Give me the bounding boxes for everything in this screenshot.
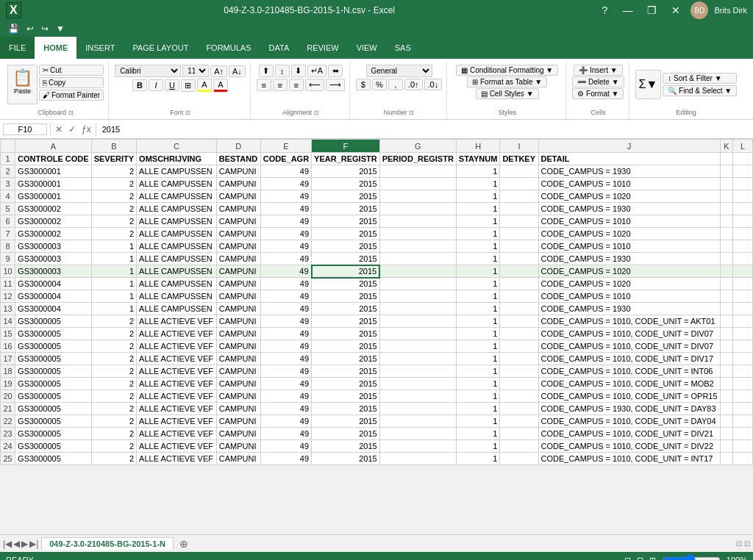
- cell-l13[interactable]: [733, 303, 753, 315]
- cell-i3[interactable]: [500, 178, 538, 190]
- zoom-slider[interactable]: [662, 554, 721, 560]
- cell-f16[interactable]: 2015: [312, 340, 380, 353]
- redo-quick-btn[interactable]: ↪: [39, 23, 51, 35]
- cell-a7[interactable]: GS3000002: [15, 228, 92, 240]
- cell-k8[interactable]: [720, 240, 732, 253]
- cell-h15[interactable]: 1: [456, 328, 500, 340]
- cell-j5[interactable]: CODE_CAMPUS = 1930: [538, 203, 720, 215]
- cell-b7[interactable]: 2: [91, 228, 136, 240]
- sheet-scroll-last[interactable]: ▶|: [29, 539, 38, 549]
- cell-h4[interactable]: 1: [456, 190, 500, 203]
- cell-j8[interactable]: CODE_CAMPUS = 1010: [538, 240, 720, 253]
- cell-k13[interactable]: [720, 303, 732, 315]
- cell-b2[interactable]: 2: [91, 165, 136, 178]
- cell-i17[interactable]: [500, 353, 538, 365]
- cell-h14[interactable]: 1: [456, 315, 500, 328]
- cell-d23[interactable]: CAMPUNI: [216, 428, 260, 440]
- cell-k16[interactable]: [720, 340, 732, 353]
- cell-l18[interactable]: [733, 365, 753, 378]
- cell-f8[interactable]: 2015: [312, 240, 380, 253]
- col-header-j[interactable]: J: [538, 140, 720, 153]
- cell-e13[interactable]: 49: [260, 303, 311, 315]
- cell-a14[interactable]: GS3000005: [15, 315, 92, 328]
- cell-l19[interactable]: [733, 378, 753, 390]
- cell-i8[interactable]: [500, 240, 538, 253]
- tab-view[interactable]: VIEW: [348, 37, 386, 59]
- cell-i9[interactable]: [500, 253, 538, 265]
- cell-k4[interactable]: [720, 190, 732, 203]
- cell-i16[interactable]: [500, 340, 538, 353]
- cell-h12[interactable]: 1: [456, 290, 500, 303]
- cell-f1[interactable]: YEAR_REGISTR: [312, 153, 380, 165]
- cell-d15[interactable]: CAMPUNI: [216, 328, 260, 340]
- cell-f21[interactable]: 2015: [312, 403, 380, 415]
- cell-g25[interactable]: [379, 453, 456, 465]
- cell-g11[interactable]: [379, 278, 456, 290]
- font-color-button[interactable]: A: [213, 79, 228, 92]
- cell-i18[interactable]: [500, 365, 538, 378]
- col-header-e[interactable]: E: [260, 140, 311, 153]
- cell-c22[interactable]: ALLE ACTIEVE VEF: [137, 415, 217, 428]
- restore-button[interactable]: ❐: [643, 3, 661, 18]
- cell-g13[interactable]: [379, 303, 456, 315]
- sort-filter-button[interactable]: ↕ Sort & Filter ▼: [663, 73, 737, 84]
- cell-g12[interactable]: [379, 290, 456, 303]
- decrease-decimal-button[interactable]: .0↓: [424, 79, 443, 90]
- paste-button[interactable]: 📋 Paste: [7, 65, 38, 104]
- cell-j15[interactable]: CODE_CAMPUS = 1010, CODE_UNIT = DIV07: [538, 328, 720, 340]
- cell-h3[interactable]: 1: [456, 178, 500, 190]
- cell-f6[interactable]: 2015: [312, 215, 380, 228]
- cell-k21[interactable]: [720, 403, 732, 415]
- cut-button[interactable]: ✂ Cut: [39, 65, 104, 76]
- cell-e18[interactable]: 49: [260, 365, 311, 378]
- cell-b17[interactable]: 2: [91, 353, 136, 365]
- conditional-formatting-button[interactable]: ▦ Conditional Formatting ▼: [456, 65, 558, 76]
- cell-h1[interactable]: STAYNUM: [456, 153, 500, 165]
- cell-k20[interactable]: [720, 390, 732, 403]
- cell-h10[interactable]: 1: [456, 265, 500, 278]
- cell-f7[interactable]: 2015: [312, 228, 380, 240]
- cell-i21[interactable]: [500, 403, 538, 415]
- cell-g9[interactable]: [379, 253, 456, 265]
- cell-h2[interactable]: 1: [456, 165, 500, 178]
- cell-c21[interactable]: ALLE ACTIEVE VEF: [137, 403, 217, 415]
- col-header-a[interactable]: A: [15, 140, 92, 153]
- cell-e19[interactable]: 49: [260, 378, 311, 390]
- align-top-button[interactable]: ⬆: [259, 65, 274, 77]
- cell-a12[interactable]: GS3000004: [15, 290, 92, 303]
- cell-j10[interactable]: CODE_CAMPUS = 1020: [538, 265, 720, 278]
- tab-formulas[interactable]: FORMULAS: [197, 37, 260, 59]
- tab-sas[interactable]: SAS: [386, 37, 420, 59]
- cell-h5[interactable]: 1: [456, 203, 500, 215]
- cell-j2[interactable]: CODE_CAMPUS = 1930: [538, 165, 720, 178]
- col-header-g[interactable]: G: [379, 140, 456, 153]
- format-cells-button[interactable]: ⚙ Format ▼: [572, 88, 624, 99]
- cell-e1[interactable]: CODE_AGR: [260, 153, 311, 165]
- cell-e3[interactable]: 49: [260, 178, 311, 190]
- cell-f11[interactable]: 2015: [312, 278, 380, 290]
- sheet-area[interactable]: A B C D E F G H I J K L: [0, 139, 753, 534]
- cell-g10[interactable]: [379, 265, 456, 278]
- cell-c4[interactable]: ALLE CAMPUSSEN: [137, 190, 217, 203]
- cell-f15[interactable]: 2015: [312, 328, 380, 340]
- cell-c25[interactable]: ALLE ACTIEVE VEF: [137, 453, 217, 465]
- cell-k2[interactable]: [720, 165, 732, 178]
- format-painter-button[interactable]: 🖌 Format Painter: [39, 90, 104, 101]
- cell-b3[interactable]: 2: [91, 178, 136, 190]
- cell-c16[interactable]: ALLE ACTIEVE VEF: [137, 340, 217, 353]
- cell-f20[interactable]: 2015: [312, 390, 380, 403]
- cell-l17[interactable]: [733, 353, 753, 365]
- cell-j4[interactable]: CODE_CAMPUS = 1020: [538, 190, 720, 203]
- cell-a2[interactable]: GS3000001: [15, 165, 92, 178]
- cell-a11[interactable]: GS3000004: [15, 278, 92, 290]
- cell-e9[interactable]: 49: [260, 253, 311, 265]
- cell-c6[interactable]: ALLE CAMPUSSEN: [137, 215, 217, 228]
- cell-a20[interactable]: GS3000005: [15, 390, 92, 403]
- cell-d16[interactable]: CAMPUNI: [216, 340, 260, 353]
- cell-j12[interactable]: CODE_CAMPUS = 1010: [538, 290, 720, 303]
- cell-d4[interactable]: CAMPUNI: [216, 190, 260, 203]
- cell-i23[interactable]: [500, 428, 538, 440]
- cell-h19[interactable]: 1: [456, 378, 500, 390]
- cell-c17[interactable]: ALLE ACTIEVE VEF: [137, 353, 217, 365]
- cell-e7[interactable]: 49: [260, 228, 311, 240]
